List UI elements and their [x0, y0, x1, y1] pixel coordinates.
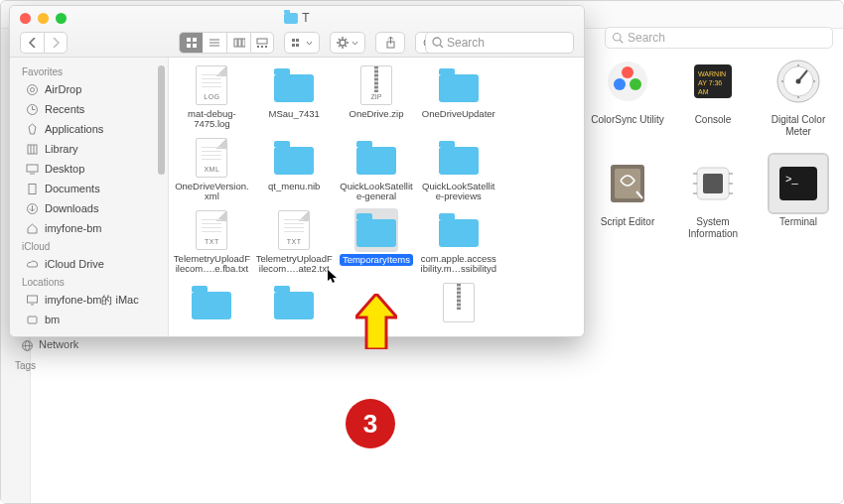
svg-point-7	[630, 78, 641, 90]
column-view-button[interactable]	[226, 32, 250, 54]
file-item[interactable]: ZIPOneDrive.zip	[338, 63, 415, 130]
apps-icon	[26, 123, 39, 136]
svg-line-57	[339, 39, 340, 40]
svg-text:WARNIN: WARNIN	[698, 70, 726, 77]
file-item[interactable]: TemporaryItems	[338, 208, 415, 275]
zip-icon	[443, 283, 475, 322]
sidebar-label: Applications	[45, 123, 103, 135]
svg-point-8	[614, 78, 626, 90]
sidebar-scrollbar[interactable]	[158, 65, 165, 175]
folder-icon	[274, 292, 314, 319]
svg-rect-42	[238, 39, 241, 47]
file-item[interactable]: LOGmat-debug-7475.log	[173, 63, 250, 130]
svg-rect-37	[193, 44, 197, 48]
svg-text:>_: >_	[785, 173, 798, 185]
app-colorsync[interactable]: ColorSync Utility	[587, 53, 668, 137]
groupby-icon	[291, 38, 303, 48]
gallery-view-button[interactable]	[250, 32, 274, 54]
file-item[interactable]: TXTTelemetryUploadFilecom….e.fba.txt	[173, 208, 250, 275]
desktop-icon	[26, 163, 39, 176]
file-name: TemporaryItems	[340, 254, 413, 266]
sidebar-item-downloads[interactable]: Downloads	[10, 198, 168, 218]
app-terminal[interactable]: >_ Terminal	[758, 155, 839, 239]
folder-icon	[439, 74, 479, 102]
app-sysinfo[interactable]: System Information	[672, 155, 754, 239]
file-name: MSau_7431	[269, 109, 320, 119]
sidebar-item-bm[interactable]: bm	[10, 310, 168, 329]
svg-rect-47	[265, 46, 267, 48]
file-name: mat-debug-7475.log	[173, 109, 250, 130]
file-item[interactable]: OneDriveUpdater	[420, 63, 497, 130]
svg-rect-49	[296, 39, 299, 42]
svg-point-17	[797, 64, 799, 66]
svg-rect-22	[615, 169, 640, 198]
group-by-button[interactable]	[284, 32, 320, 54]
file-name: QuickLookSatellite-previews	[420, 182, 497, 202]
sidebar-item-airdrop[interactable]: AirDrop	[10, 79, 168, 99]
chevron-left-icon	[29, 38, 37, 48]
app-dcm[interactable]: Digital Color Meter	[758, 53, 839, 137]
svg-point-6	[622, 66, 633, 78]
file-item[interactable]: QuickLookSatellite-general	[338, 136, 415, 202]
svg-rect-41	[234, 39, 237, 47]
sidebar-item-icloud-drive[interactable]: iCloud Drive	[10, 254, 168, 274]
app-scripteditor[interactable]: Script Editor	[587, 155, 668, 239]
sysinfo-icon	[688, 159, 738, 208]
action-button[interactable]	[330, 32, 365, 54]
app-console[interactable]: WARNINAY 7:36AM Console	[672, 53, 754, 137]
sidebar-item-desktop[interactable]: Desktop	[10, 159, 168, 179]
file-item[interactable]: TXTTelemetryUploadFilecom….ate2.txt	[255, 208, 333, 275]
folder-icon	[356, 147, 396, 175]
scripteditor-icon	[603, 159, 652, 208]
search-icon	[432, 37, 444, 49]
airdrop-icon	[26, 83, 39, 96]
file-item[interactable]	[255, 281, 333, 336]
folder-icon	[192, 292, 231, 319]
downloads-icon	[26, 202, 39, 215]
sidebar-item-documents[interactable]: Documents	[10, 179, 168, 198]
grid-icon	[186, 37, 198, 49]
sidebar-item-imac[interactable]: imyfone-bm的 iMac	[10, 290, 168, 310]
svg-rect-78	[28, 316, 37, 323]
file-name: TelemetryUploadFilecom….e.fba.txt	[173, 254, 250, 275]
svg-point-18	[797, 96, 799, 98]
sidebar-item-library[interactable]: Library	[10, 139, 168, 159]
back-button[interactable]	[20, 32, 44, 54]
network-label[interactable]: Network	[39, 338, 78, 350]
front-search-field[interactable]: Search	[425, 32, 574, 54]
sidebar-item-home[interactable]: imyfone-bm	[10, 218, 168, 238]
file-item[interactable]: qt_menu.nib	[255, 136, 333, 202]
svg-rect-72	[27, 165, 38, 172]
front-search-placeholder: Search	[447, 36, 485, 50]
file-item[interactable]	[420, 281, 497, 336]
list-icon	[209, 38, 220, 48]
svg-point-66	[28, 84, 38, 94]
folder-icon	[356, 219, 396, 247]
share-icon	[385, 37, 396, 49]
colorsync-icon	[603, 57, 652, 106]
file-item[interactable]	[173, 281, 250, 336]
sidebar-label: AirDrop	[45, 83, 81, 95]
svg-line-60	[346, 39, 347, 40]
file-item[interactable]: com.apple.accessibility.m…ssibilityd	[420, 208, 497, 275]
zip-icon: ZIP	[360, 65, 392, 105]
document-icon: TXT	[196, 210, 227, 250]
columns-icon	[233, 38, 245, 48]
file-name: OneDriveUpdater	[422, 109, 495, 119]
svg-rect-35	[193, 38, 197, 42]
forward-button[interactable]	[44, 32, 68, 54]
share-button[interactable]	[375, 32, 405, 54]
file-item[interactable]: QuickLookSatellite-previews	[420, 136, 497, 202]
svg-rect-46	[261, 46, 263, 48]
svg-point-52	[340, 40, 346, 46]
svg-point-67	[31, 87, 35, 91]
annotation-step-badge: 3	[346, 399, 395, 448]
file-item[interactable]: XMLOneDriveVersion.xml	[173, 136, 250, 202]
icon-view-button[interactable]	[179, 32, 203, 54]
list-view-button[interactable]	[203, 32, 226, 54]
sidebar-item-applications[interactable]: Applications	[10, 119, 168, 139]
sidebar-item-recents[interactable]: Recents	[10, 99, 168, 119]
sidebar-label: imyfone-bm的 iMac	[45, 293, 139, 308]
t-folder-window: T Search Favorites AirDrop	[9, 5, 585, 337]
file-item[interactable]: MSau_7431	[255, 63, 333, 130]
